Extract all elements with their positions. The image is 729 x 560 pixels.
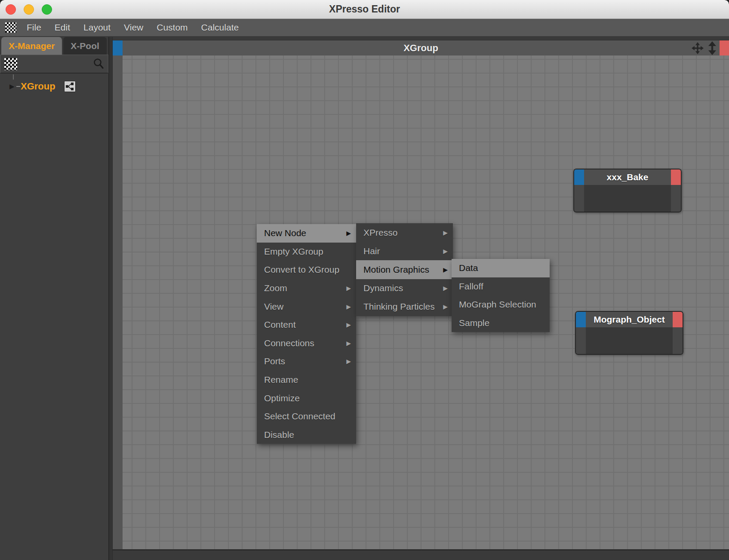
xpresso-editor-window: XPresso Editor File Edit Layout View Cus… [0,0,729,560]
submenu-item[interactable]: Motion Graphics ▶ [356,260,453,279]
submenu-item[interactable]: MoGraph Selection ▶ [452,295,550,314]
submenu-arrow-icon: ▶ [437,285,448,292]
submenu-item[interactable]: Sample ▶ [452,314,550,332]
menu-item-label: Select Connected [264,411,335,422]
context-menu-item[interactable]: Content ▶ [257,316,356,334]
node-title: Mograph_Object [586,312,673,327]
node-body [576,327,683,354]
submenu-arrow-icon: ▶ [437,303,448,310]
menubar-item[interactable]: Calculate [201,22,239,33]
node-mograph-object[interactable]: Mograph_Object [575,311,683,355]
sidebar-canvas-divider[interactable] [108,37,113,560]
menubar: File Edit Layout View Custom Calculate [0,19,729,37]
menu-item-label: View [264,302,283,312]
node-titlebar[interactable]: Mograph_Object [576,312,683,327]
submenu-arrow-icon: ▶ [340,303,351,310]
submenu-arrow-icon: ▶ [437,229,448,236]
xpresso-node-icon [64,81,76,92]
submenu-item[interactable]: Thinking Particles ▶ [356,298,453,316]
menu-item-label: Dynamics [363,283,403,293]
node-output-port[interactable] [673,312,683,327]
menu-item-label: Thinking Particles [363,302,435,312]
submenu-arrow-icon: ▶ [437,248,448,255]
submenu-item[interactable]: Dynamics ▶ [356,279,453,298]
menu-item-label: Optimize [264,393,300,403]
xgroup-left-frame [113,55,123,549]
node-body [574,185,681,212]
context-menu-item[interactable]: Select Connected ▶ [257,407,356,426]
search-input[interactable] [0,55,108,74]
context-menu-item[interactable]: New Node ▶ [257,224,356,243]
submenu-arrow-icon: ▶ [340,230,351,237]
context-menu-item[interactable]: Ports ▶ [257,352,356,371]
menu-item-label: Disable [264,430,294,440]
sidebar-tabs: X-Manager X-Pool [0,37,108,55]
tree-item-label[interactable]: XGroup [21,81,55,92]
node-xxx-bake[interactable]: xxx_Bake [573,169,682,212]
menubar-item[interactable]: Layout [83,22,111,33]
submenu-arrow-icon: ▶ [437,266,448,273]
sidebar: X-Manager X-Pool ▶ [0,37,108,560]
sidebar-tab-label: X-Manager [9,41,55,51]
submenu-item[interactable]: XPresso ▶ [356,223,453,242]
canvas-bottom-bar [113,549,729,560]
node-title: xxx_Bake [584,169,671,185]
canvas-top-gap [113,37,729,40]
context-menu-item[interactable]: Disable ▶ [257,426,356,444]
context-menu-item[interactable]: Convert to XGroup ▶ [257,261,356,279]
menu-item-label: New Node [264,228,306,238]
menu-item-label: Zoom [264,283,287,293]
context-menu-item[interactable]: Empty XGroup ▶ [257,243,356,261]
tree-stem [13,74,14,80]
xgroup-tree: ▶ XGroup [0,74,108,560]
submenu-arrow-icon: ▶ [340,340,351,347]
menu-item-label: Ports [264,356,285,366]
window-title: XPresso Editor [0,3,729,15]
menu-item-label: Data [459,263,478,273]
menubar-item[interactable]: View [124,22,143,33]
submenu-item[interactable]: Hair ▶ [356,242,453,260]
fit-vertical-icon[interactable] [707,41,718,55]
menu-item-label: Rename [264,375,298,385]
xgroup-title: XGroup [113,43,729,54]
palette-grip-icon[interactable] [5,22,16,33]
sidebar-tab-label: X-Pool [71,41,99,51]
node-input-port[interactable] [574,169,584,185]
node-titlebar[interactable]: xxx_Bake [574,169,681,185]
node-content [584,185,671,212]
sidebar-tab[interactable]: X-Pool [63,37,107,55]
xgroup-header[interactable]: XGroup [113,40,729,55]
node-input-port[interactable] [576,312,586,327]
submenu-arrow-icon: ▶ [340,321,351,328]
submenu-item[interactable]: Data ▶ [452,259,550,277]
menu-item-label: Falloff [459,281,483,292]
collapse-triangle-icon[interactable]: ▶ [9,83,16,90]
submenu-motion-graphics: Data ▶ Falloff ▶ MoGraph Selection ▶ Sam… [452,259,550,332]
menubar-item[interactable]: Custom [157,22,188,33]
node-input-column[interactable] [574,185,584,212]
menubar-item[interactable]: Edit [55,22,70,33]
tree-connector [16,86,20,87]
search-icon [93,58,104,70]
move-icon[interactable] [691,42,704,55]
menu-item-label: Content [264,320,296,330]
context-menu-item[interactable]: Connections ▶ [257,334,356,353]
node-output-column[interactable] [673,327,683,354]
tree-row-xgroup[interactable]: ▶ XGroup [0,79,108,94]
node-output-port[interactable] [671,169,681,185]
menubar-item[interactable]: File [27,22,41,33]
search-grip-icon[interactable] [4,58,17,70]
sidebar-tab[interactable]: X-Manager [1,37,62,55]
menu-item-label: Sample [459,318,489,328]
menu-item-label: MoGraph Selection [459,299,536,310]
context-menu-item[interactable]: Zoom ▶ [257,279,356,298]
node-output-column[interactable] [671,185,681,212]
node-input-column[interactable] [576,327,586,354]
submenu-new-node: XPresso ▶ Hair ▶ Motion Graphics ▶ Dynam… [356,223,453,316]
menu-item-label: Hair [363,246,380,256]
context-menu-item[interactable]: Rename ▶ [257,371,356,389]
context-menu-item[interactable]: Optimize ▶ [257,389,356,407]
submenu-item[interactable]: Falloff ▶ [452,277,550,296]
context-menu-item[interactable]: View ▶ [257,297,356,316]
menu-item-label: XPresso [363,228,397,238]
